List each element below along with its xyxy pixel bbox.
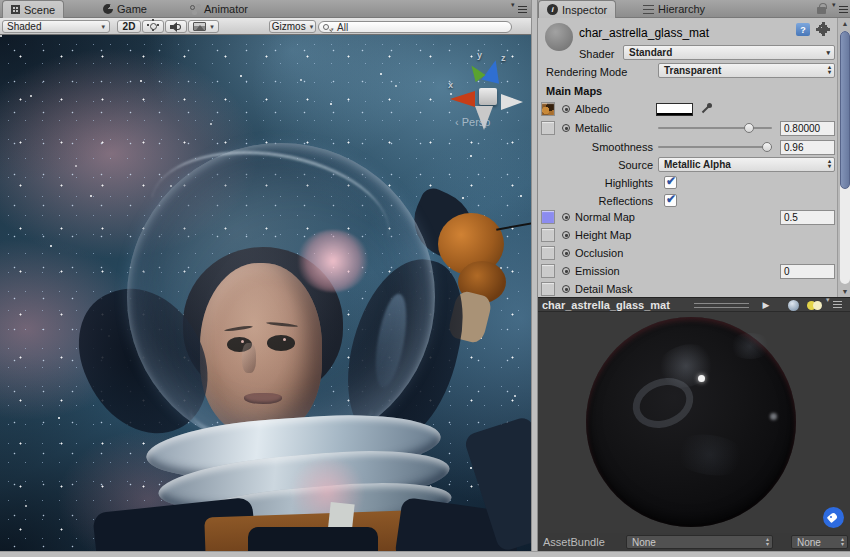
assetbundle-variant-dropdown[interactable]: None ▴▾: [791, 535, 848, 549]
assetbundle-label: AssetBundle: [543, 536, 605, 548]
object-picker-icon[interactable]: [562, 267, 570, 275]
emission-value-field[interactable]: 0: [780, 264, 835, 279]
inspector-pane-menu-icon[interactable]: ▾: [832, 4, 848, 15]
shader-value: Standard: [629, 47, 672, 58]
menu-lines-icon: [833, 301, 842, 308]
shader-dropdown[interactable]: Standard ▾: [623, 45, 835, 60]
caret-down-icon: ▾: [826, 296, 830, 304]
emission-texture-slot[interactable]: [541, 264, 555, 278]
tab-hierarchy[interactable]: Hierarchy: [635, 0, 713, 18]
assetbundle-dropdown[interactable]: None ▴▾: [626, 535, 773, 549]
scene-toolbar: Shaded ▾ 2D ▾ Gizmos ▾ ▾ All: [0, 18, 531, 35]
unity-editor-window: Scene Game Animator ▾ Shaded ▾ 2D: [0, 0, 850, 557]
reflections-checkbox[interactable]: ✔: [664, 194, 677, 207]
eyedropper-icon[interactable]: [699, 102, 713, 116]
tab-animator-label: Animator: [204, 3, 248, 15]
scene-audio-toggle[interactable]: [165, 20, 187, 33]
tab-scene[interactable]: Scene: [2, 0, 64, 18]
caret-down-icon: ▾: [210, 23, 214, 31]
height-map-texture-slot[interactable]: [541, 228, 555, 242]
preview-play-button[interactable]: ▶: [753, 299, 779, 311]
detail-mask-texture-slot[interactable]: [541, 282, 555, 296]
caret-down-icon: ▾: [832, 1, 836, 9]
metallic-slider[interactable]: [658, 127, 772, 129]
object-picker-icon[interactable]: [562, 285, 570, 293]
preview-title: char_astrella_glass_mat: [542, 299, 670, 311]
object-picker-icon[interactable]: [562, 124, 570, 132]
gizmo-x-label: x: [448, 80, 453, 90]
tab-inspector[interactable]: i Inspector: [538, 0, 616, 18]
hierarchy-icon: [643, 5, 654, 14]
gear-icon[interactable]: [817, 23, 829, 35]
scroll-up-icon[interactable]: ▲: [838, 20, 850, 27]
metallic-slider-knob[interactable]: [744, 123, 754, 133]
scene-search-input[interactable]: ▾ All: [318, 21, 512, 33]
material-preview-header[interactable]: char_astrella_glass_mat ▶ ▾: [538, 297, 850, 312]
suit-harness: [248, 527, 378, 551]
preview-drag-handle[interactable]: [694, 303, 749, 308]
albedo-color-swatch[interactable]: [656, 103, 693, 116]
tab-game[interactable]: Game: [95, 0, 155, 18]
highlights-checkbox[interactable]: ✔: [664, 176, 677, 189]
sun-icon: [150, 23, 157, 30]
source-dropdown[interactable]: Metallic Alpha ▴▾: [658, 157, 835, 172]
scroll-down-icon[interactable]: ▼: [838, 288, 850, 295]
scene-viewport[interactable]: y z x ‹Persp: [0, 35, 531, 551]
source-label: Source: [538, 159, 653, 171]
2d-toggle-button[interactable]: 2D: [117, 20, 141, 33]
tab-animator[interactable]: Animator: [182, 0, 256, 18]
persp-toggle[interactable]: ‹Persp: [455, 116, 490, 128]
metallic-texture-slot[interactable]: [541, 121, 555, 135]
starfield: [0, 35, 2, 37]
gizmo-x-axis-cone[interactable]: [450, 91, 475, 107]
preview-menu-icon[interactable]: ▾: [826, 299, 846, 311]
scene-panel: Scene Game Animator ▾ Shaded ▾ 2D: [0, 0, 531, 551]
help-icon[interactable]: ?: [796, 23, 810, 36]
normal-map-value-field[interactable]: 0.5: [780, 210, 835, 225]
enum-arrows-icon: ▴▾: [828, 65, 831, 75]
smoothness-slider[interactable]: [658, 146, 772, 148]
persp-arrow-icon: ‹: [455, 116, 459, 128]
gizmo-z-axis-cone[interactable]: [482, 58, 505, 84]
object-picker-icon[interactable]: [562, 249, 570, 257]
source-row: Source Metallic Alpha ▴▾: [538, 158, 837, 174]
gizmo-axis-cone-right[interactable]: [501, 94, 523, 110]
menu-lines-icon: [518, 6, 527, 13]
scrollbar-thumb[interactable]: [840, 31, 850, 189]
smoothness-value-field[interactable]: 0.96: [780, 140, 835, 155]
animator-icon: [190, 4, 200, 14]
scene-pane-menu-icon[interactable]: ▾: [511, 4, 527, 15]
lock-icon[interactable]: [817, 7, 826, 14]
rendering-mode-dropdown[interactable]: Transparent ▴▾: [658, 63, 835, 78]
preview-sphere-button[interactable]: [784, 299, 802, 311]
sphere-icon: [788, 300, 799, 311]
tab-hierarchy-label: Hierarchy: [658, 3, 705, 15]
draw-mode-dropdown[interactable]: Shaded ▾: [2, 20, 110, 33]
scene-tabstrip: Scene Game Animator ▾: [0, 0, 531, 18]
sphere-specular-highlight: [698, 375, 705, 382]
gizmos-dropdown[interactable]: Gizmos ▾: [269, 20, 316, 33]
albedo-label: Albedo: [575, 103, 609, 115]
helmet-antenna: [496, 221, 531, 230]
scene-lighting-toggle[interactable]: [142, 20, 164, 33]
window-bottom-edge: [0, 551, 850, 557]
metallic-value-field[interactable]: 0.80000: [780, 121, 835, 136]
scene-effects-dropdown[interactable]: ▾: [188, 20, 219, 33]
assetbundle-tag-icon[interactable]: [823, 507, 844, 528]
albedo-texture-slot[interactable]: [541, 102, 555, 116]
object-picker-icon[interactable]: [562, 231, 570, 239]
image-effects-icon: [193, 22, 206, 31]
occlusion-texture-slot[interactable]: [541, 246, 555, 260]
inspector-tabstrip: i Inspector Hierarchy ▾: [538, 0, 850, 18]
inspector-scrollbar[interactable]: ▲ ▼: [837, 18, 850, 297]
object-picker-icon[interactable]: [562, 213, 570, 221]
material-preview-viewport[interactable]: [538, 312, 850, 533]
sphere-reflection-patch: [728, 333, 772, 359]
object-picker-icon[interactable]: [562, 105, 570, 113]
draw-mode-label: Shaded: [7, 21, 97, 32]
gizmo-center-cube[interactable]: [479, 88, 497, 105]
smoothness-slider-knob[interactable]: [762, 142, 772, 152]
preview-lighting-button[interactable]: [805, 299, 823, 311]
reflections-label: Reflections: [538, 195, 653, 207]
normal-map-texture-slot[interactable]: [541, 210, 555, 224]
